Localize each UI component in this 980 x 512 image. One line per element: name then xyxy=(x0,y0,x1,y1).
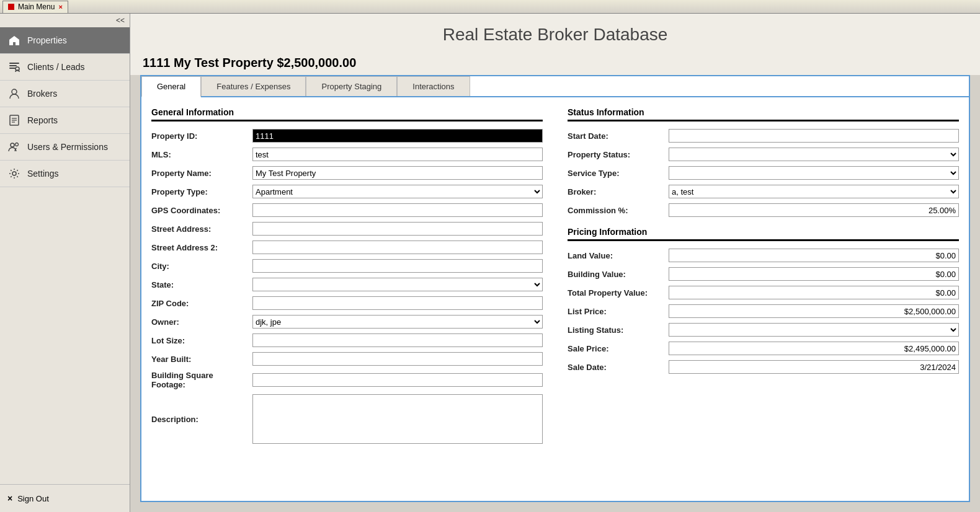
building-sq-ft-input[interactable] xyxy=(252,373,543,387)
title-bar: Main Menu × xyxy=(0,0,980,14)
land-value-label: Land Value: xyxy=(568,251,664,260)
year-built-row: Year Built: xyxy=(151,352,543,366)
form-body: General Information Property ID: MLS: Pr… xyxy=(141,97,969,459)
state-label: State: xyxy=(151,280,247,289)
owner-select[interactable]: djk, jpe xyxy=(252,315,543,329)
sidebar-item-properties[interactable]: Properties xyxy=(0,27,130,54)
property-type-select[interactable]: Apartment xyxy=(252,185,543,198)
land-value-input[interactable] xyxy=(669,249,959,262)
mls-input[interactable] xyxy=(252,148,543,161)
building-value-row: Building Value: xyxy=(568,267,959,281)
app-body: << Properties Clients / Leads xyxy=(0,14,980,512)
sidebar-item-reports[interactable]: Reports xyxy=(0,107,130,134)
page-header: 1111 My Test Property $2,500,000.00 xyxy=(130,51,980,75)
description-textarea[interactable] xyxy=(252,394,543,444)
total-property-value-row: Total Property Value: xyxy=(568,286,959,299)
sidebar-item-users-permissions[interactable]: Users & Permissions xyxy=(0,134,130,161)
lot-size-input[interactable] xyxy=(252,333,543,347)
street-address-row: Street Address: xyxy=(151,222,543,236)
tab-general[interactable]: General xyxy=(141,76,201,97)
main-content: Real Estate Broker Database 1111 My Test… xyxy=(130,14,980,512)
service-type-select[interactable] xyxy=(669,166,959,180)
home-icon xyxy=(7,33,21,47)
property-id-label: Property ID: xyxy=(151,131,247,141)
svg-point-10 xyxy=(16,143,19,146)
sidebar-item-clients-leads[interactable]: Clients / Leads xyxy=(0,54,130,81)
city-input[interactable] xyxy=(252,259,543,273)
reports-label: Reports xyxy=(27,115,58,125)
brokers-icon xyxy=(7,87,21,100)
sale-date-label: Sale Date: xyxy=(568,363,664,372)
status-pricing-column: Status Information Start Date: Property … xyxy=(568,107,959,449)
street-address-2-input[interactable] xyxy=(252,241,543,254)
property-type-row: Property Type: Apartment xyxy=(151,185,543,198)
mls-row: MLS: xyxy=(151,148,543,161)
sidebar-item-settings[interactable]: Settings xyxy=(0,161,130,187)
property-id-row: Property ID: xyxy=(151,129,543,143)
property-status-row: Property Status: xyxy=(568,148,959,161)
property-name-input[interactable] xyxy=(252,166,543,180)
property-status-select[interactable] xyxy=(669,148,959,161)
property-status-label: Property Status: xyxy=(568,150,664,159)
sign-out-x: × xyxy=(7,493,12,503)
tab-interactions[interactable]: Interactions xyxy=(397,76,470,96)
commission-pct-input[interactable] xyxy=(669,203,959,217)
listing-status-select[interactable] xyxy=(669,323,959,337)
mls-label: MLS: xyxy=(151,150,247,159)
form-panel: General Features / Expenses Property Sta… xyxy=(140,75,970,502)
owner-row: Owner: djk, jpe xyxy=(151,315,543,329)
sidebar: << Properties Clients / Leads xyxy=(0,14,130,512)
zip-code-input[interactable] xyxy=(252,296,543,310)
sale-date-input[interactable] xyxy=(669,360,959,374)
property-id-input[interactable] xyxy=(252,129,543,143)
start-date-label: Start Date: xyxy=(568,131,664,141)
general-info-column: General Information Property ID: MLS: Pr… xyxy=(151,107,543,449)
building-value-label: Building Value: xyxy=(568,270,664,279)
sale-price-input[interactable] xyxy=(669,342,959,355)
broker-select[interactable]: a, test xyxy=(669,185,959,198)
commission-pct-label: Commission %: xyxy=(568,206,664,215)
main-menu-tab[interactable]: Main Menu × xyxy=(2,1,68,13)
commission-pct-row: Commission %: xyxy=(568,203,959,217)
lot-size-label: Lot Size: xyxy=(151,336,247,345)
clients-icon xyxy=(7,60,21,74)
street-address-2-row: Street Address 2: xyxy=(151,241,543,254)
state-select[interactable] xyxy=(252,278,543,291)
general-info-divider xyxy=(151,120,543,121)
street-address-input[interactable] xyxy=(252,222,543,236)
pricing-info-title: Pricing Information xyxy=(568,227,959,237)
city-label: City: xyxy=(151,262,247,271)
property-type-label: Property Type: xyxy=(151,187,247,196)
svg-rect-2 xyxy=(9,68,16,69)
start-date-input[interactable] xyxy=(669,129,959,143)
sale-price-label: Sale Price: xyxy=(568,344,664,353)
svg-point-4 xyxy=(12,89,17,94)
close-tab-button[interactable]: × xyxy=(58,3,62,11)
sidebar-item-brokers[interactable]: Brokers xyxy=(0,81,130,107)
zip-code-row: ZIP Code: xyxy=(151,296,543,310)
tab-property-staging[interactable]: Property Staging xyxy=(306,76,397,96)
gps-coordinates-label: GPS Coordinates: xyxy=(151,206,247,215)
year-built-input[interactable] xyxy=(252,352,543,366)
settings-icon xyxy=(7,167,21,180)
listing-status-row: Listing Status: xyxy=(568,323,959,337)
clients-leads-label: Clients / Leads xyxy=(27,62,85,72)
property-name-label: Property Name: xyxy=(151,169,247,178)
description-row: Description: xyxy=(151,394,543,444)
sign-out-button[interactable]: × Sign Out xyxy=(0,484,130,512)
sign-out-label: Sign Out xyxy=(17,494,49,503)
list-price-label: List Price: xyxy=(568,307,664,316)
service-type-label: Service Type: xyxy=(568,169,664,178)
building-value-input[interactable] xyxy=(669,267,959,281)
total-property-value-input[interactable] xyxy=(669,286,959,299)
tabs-bar: General Features / Expenses Property Sta… xyxy=(141,76,969,97)
users-icon xyxy=(7,140,21,154)
tab-features-expenses[interactable]: Features / Expenses xyxy=(201,76,306,96)
svg-rect-1 xyxy=(9,65,17,66)
total-property-value-label: Total Property Value: xyxy=(568,288,664,298)
sidebar-collapse-button[interactable]: << xyxy=(0,14,130,27)
svg-rect-0 xyxy=(9,63,19,64)
pricing-info-divider xyxy=(568,239,959,241)
list-price-input[interactable] xyxy=(669,304,959,318)
gps-coordinates-input[interactable] xyxy=(252,203,543,217)
